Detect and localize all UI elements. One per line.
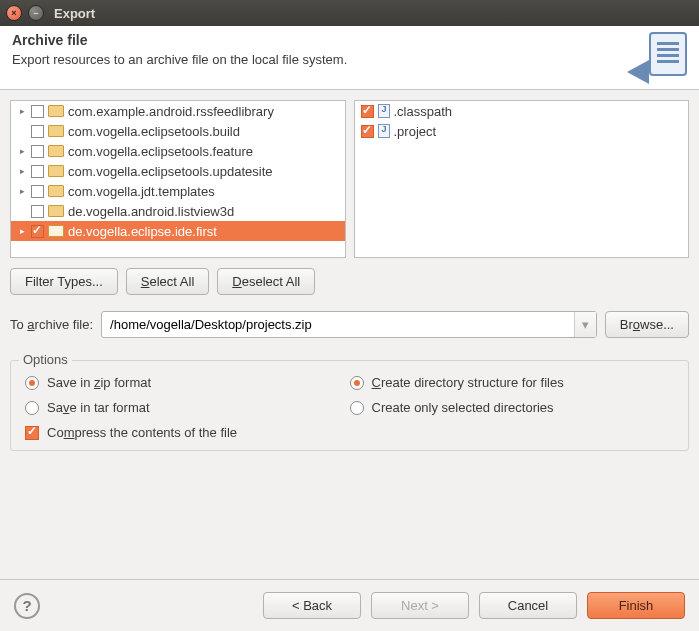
resource-selection: ▸com.example.android.rssfeedlibrarycom.v… [10, 100, 689, 258]
checkbox-icon [25, 426, 39, 440]
deselect-all-button[interactable]: Deselect All [217, 268, 315, 295]
tree-item[interactable]: ▸com.vogella.eclipsetools.updatesite [11, 161, 345, 181]
select-all-button[interactable]: Select All [126, 268, 209, 295]
tree-item[interactable]: ▸de.vogella.eclipse.ide.first [11, 221, 345, 241]
checkbox-icon[interactable] [361, 105, 374, 118]
filter-types-button[interactable]: Filter Types... [10, 268, 118, 295]
tree-item-label: com.vogella.jdt.templates [68, 184, 215, 199]
tree-item[interactable]: ▸com.vogella.eclipsetools.feature [11, 141, 345, 161]
tree-item-label: com.example.android.rssfeedlibrary [68, 104, 274, 119]
chevron-down-icon[interactable]: ▾ [574, 312, 596, 337]
folder-icon [48, 105, 64, 117]
selection-buttons: Filter Types... Select All Deselect All [10, 268, 689, 295]
banner-heading: Archive file [12, 32, 347, 48]
tree-item-label: de.vogella.android.listview3d [68, 204, 234, 219]
minimize-icon[interactable]: – [28, 5, 44, 21]
folder-icon [48, 125, 64, 137]
options-group: Options Save in zip format Create direct… [10, 360, 689, 451]
radio-icon [25, 401, 39, 415]
file-item[interactable]: .project [355, 121, 689, 141]
dialog-footer: ? < Back Next > Cancel Finish [0, 579, 699, 631]
file-list[interactable]: .classpath.project [354, 100, 690, 258]
checkbox-icon[interactable] [31, 125, 44, 138]
folder-icon [48, 205, 64, 217]
option-only-selected[interactable]: Create only selected directories [350, 400, 675, 415]
close-icon[interactable]: × [6, 5, 22, 21]
checkbox-icon[interactable] [31, 105, 44, 118]
expander-icon[interactable]: ▸ [17, 186, 27, 196]
expander-icon[interactable]: ▸ [17, 226, 27, 236]
finish-button[interactable]: Finish [587, 592, 685, 619]
folder-icon [48, 165, 64, 177]
option-zip[interactable]: Save in zip format [25, 375, 350, 390]
tree-item[interactable]: ▸com.example.android.rssfeedlibrary [11, 101, 345, 121]
radio-icon [25, 376, 39, 390]
archive-file-row: To archive file: ▾ Browse... [10, 311, 689, 338]
radio-icon [350, 376, 364, 390]
archive-file-input[interactable] [102, 312, 574, 337]
checkbox-icon[interactable] [361, 125, 374, 138]
checkbox-icon[interactable] [31, 225, 44, 238]
option-compress[interactable]: Compress the contents of the file [25, 425, 674, 440]
window-title: Export [54, 6, 95, 21]
checkbox-icon[interactable] [31, 205, 44, 218]
project-tree[interactable]: ▸com.example.android.rssfeedlibrarycom.v… [10, 100, 346, 258]
file-icon [378, 124, 390, 138]
help-icon[interactable]: ? [14, 593, 40, 619]
titlebar: × – Export [0, 0, 699, 26]
folder-icon [48, 225, 64, 237]
option-tar[interactable]: Save in tar format [25, 400, 350, 415]
archive-file-combo[interactable]: ▾ [101, 311, 597, 338]
file-item-label: .project [394, 124, 437, 139]
checkbox-icon[interactable] [31, 145, 44, 158]
options-legend: Options [19, 352, 72, 367]
banner-subtitle: Export resources to an archive file on t… [12, 52, 347, 67]
expander-icon[interactable]: ▸ [17, 166, 27, 176]
tree-item-label: com.vogella.eclipsetools.feature [68, 144, 253, 159]
folder-icon [48, 145, 64, 157]
cancel-button[interactable]: Cancel [479, 592, 577, 619]
tree-item-label: com.vogella.eclipsetools.build [68, 124, 240, 139]
tree-item-label: de.vogella.eclipse.ide.first [68, 224, 217, 239]
tree-item[interactable]: ▸com.vogella.jdt.templates [11, 181, 345, 201]
archive-file-label: To archive file: [10, 317, 93, 332]
checkbox-icon[interactable] [31, 185, 44, 198]
tree-item-label: com.vogella.eclipsetools.updatesite [68, 164, 273, 179]
folder-icon [48, 185, 64, 197]
checkbox-icon[interactable] [31, 165, 44, 178]
next-button: Next > [371, 592, 469, 619]
expander-icon[interactable]: ▸ [17, 146, 27, 156]
file-icon [378, 104, 390, 118]
export-icon [627, 32, 691, 86]
back-button[interactable]: < Back [263, 592, 361, 619]
option-create-dir[interactable]: Create directory structure for files [350, 375, 675, 390]
browse-button[interactable]: Browse... [605, 311, 689, 338]
dialog-banner: Archive file Export resources to an arch… [0, 26, 699, 90]
expander-icon[interactable]: ▸ [17, 106, 27, 116]
tree-item[interactable]: com.vogella.eclipsetools.build [11, 121, 345, 141]
file-item[interactable]: .classpath [355, 101, 689, 121]
tree-item[interactable]: de.vogella.android.listview3d [11, 201, 345, 221]
file-item-label: .classpath [394, 104, 453, 119]
radio-icon [350, 401, 364, 415]
